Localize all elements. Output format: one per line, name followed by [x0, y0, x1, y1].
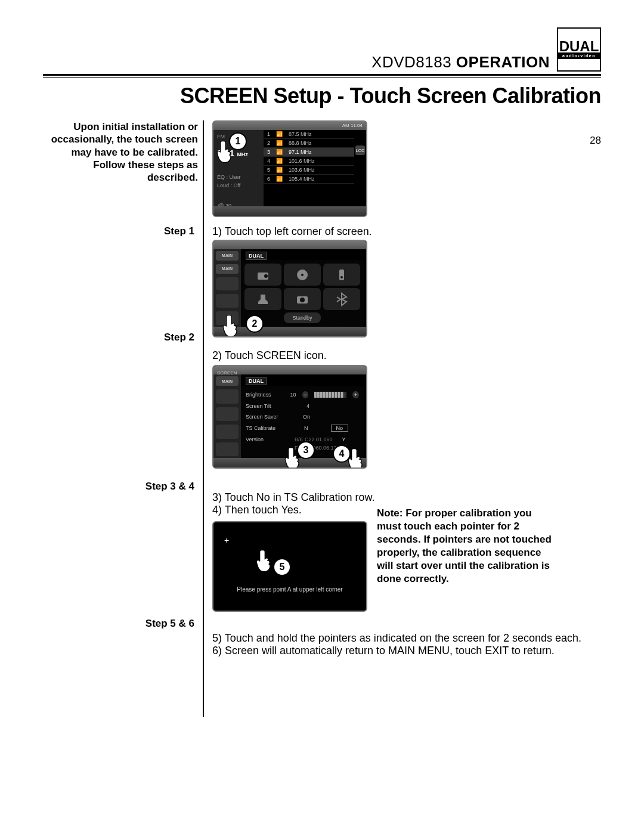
intro-text: Upon initial installation or occasionall…: [43, 120, 198, 184]
aux-icon: [244, 288, 281, 310]
radio-icon: [244, 264, 281, 286]
loc-button: LOC: [355, 145, 365, 155]
band-label: FM: [217, 134, 225, 140]
step-2-text: 2) Touch SCREEN icon.: [212, 349, 601, 362]
column-divider: [203, 120, 204, 717]
step-1-label: Step 1: [43, 225, 198, 237]
callout-2: 2: [246, 315, 264, 333]
svg-rect-4: [339, 270, 344, 280]
step-3-text: 3) Touch No in TS Calibration row.: [212, 491, 601, 504]
brand-logo: DUAL audio•video: [557, 27, 601, 72]
screenshot-2-main-menu: MAIN MAIN DUAL Standby: [212, 240, 367, 337]
sidebar-icon: [216, 389, 239, 403]
header-title: XDVD8183 OPERATION: [371, 53, 550, 72]
loud-label: Loud : Off: [217, 182, 240, 188]
preset-row-selected: 3📶97.1 MHz: [264, 148, 354, 157]
main-button: MAIN: [216, 376, 239, 386]
step-1-text: 1) Touch top left corner of screen.: [212, 225, 601, 238]
page-number: 28: [590, 135, 601, 147]
minus-icon: −: [302, 391, 309, 398]
main-button: MAIN: [216, 264, 239, 274]
calibration-message: Please press point A at upper left corne…: [213, 586, 366, 593]
page-title: SCREEN Setup - Touch Screen Calibration: [43, 83, 601, 109]
ts-no-option: No: [331, 425, 349, 432]
svg-point-7: [300, 298, 305, 302]
screenshot-3-screen-settings: SCREEN MAIN DUAL Brightness 10 − +: [212, 365, 367, 469]
screen-saver-row: Screen SaverOn: [246, 411, 359, 422]
sidebar-icon: [216, 294, 239, 308]
sidebar-icon: [216, 407, 239, 421]
clock-text: AM 11:04: [342, 123, 363, 128]
bluetooth-icon: [323, 288, 360, 310]
plus-icon: +: [352, 391, 359, 398]
logo-subtitle: audio•video: [558, 52, 600, 59]
preset-row: 4📶101.6 MHz: [264, 157, 354, 166]
callout-5: 5: [273, 558, 291, 576]
preset-row: 1📶87.5 MHz: [264, 130, 354, 139]
preset-row: 6📶105.4 MHz: [264, 175, 354, 184]
svg-point-3: [301, 274, 304, 276]
model-text: XDVD8183: [371, 53, 451, 71]
eq-label: EQ : User: [217, 174, 241, 180]
divider-thick: [43, 74, 601, 76]
ipod-icon: [323, 264, 360, 286]
standby-button: Standby: [284, 312, 321, 323]
preset-row: 2📶88.8 MHz: [264, 139, 354, 148]
pointing-hand-icon: [222, 314, 240, 337]
divider-thin: [43, 77, 601, 78]
disc-icon: [284, 264, 321, 286]
crosshair-icon: +: [224, 535, 229, 545]
logo-small: DUAL: [246, 377, 267, 385]
brightness-row: Brightness 10 − +: [246, 389, 359, 401]
sidebar-icon: [216, 277, 239, 291]
screenshot-4-calibration: + Please press point A at upper left cor…: [212, 521, 367, 612]
logo-small: DUAL: [246, 252, 267, 260]
ts-calibrate-row: TS Calibrate N No: [246, 422, 359, 434]
step-2-label: Step 2: [43, 332, 198, 343]
pointing-hand-icon: [255, 549, 273, 572]
sidebar-icon: [216, 442, 239, 456]
sidebar-icon: [216, 425, 239, 438]
logo-wordmark: DUAL: [559, 40, 599, 53]
screenshot-1-tuner: AM 11:04 FM 97.1 MHz EQ : User Loud : Of…: [212, 120, 367, 217]
svg-point-1: [264, 274, 268, 278]
screen-tilt-row: Screen Tilt4: [246, 401, 359, 411]
callout-1: 1: [229, 132, 247, 150]
step-6-text: 6) Screen will automatically return to M…: [212, 645, 601, 657]
camera-icon: [284, 288, 321, 310]
step-5-text: 5) Touch and hold the pointers as indica…: [212, 632, 601, 645]
step-5-6-label: Step 5 & 6: [43, 618, 198, 630]
step-3-4-label: Step 3 & 4: [43, 481, 198, 493]
section-text: OPERATION: [456, 53, 550, 71]
callout-3: 3: [297, 441, 315, 459]
preset-row: 5📶103.6 MHz: [264, 166, 354, 175]
svg-point-5: [340, 276, 343, 278]
callout-4: 4: [333, 445, 351, 463]
main-button: MAIN: [216, 251, 239, 261]
